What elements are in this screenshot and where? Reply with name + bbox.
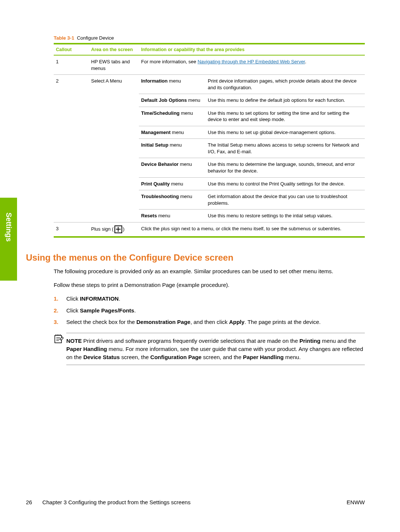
row1-info-prefix: For more information, see [141, 59, 197, 64]
menu-name: Default Job Options [141, 97, 187, 103]
cell-menu-name: Resets menu [139, 210, 206, 222]
table-row: 3 Plus sign () Click the plus sign next … [54, 222, 365, 237]
menu-suffix: menu [168, 78, 181, 84]
table-row: 2 Select A Menu Information menu Print d… [54, 75, 365, 94]
t: Select the check box for the [66, 319, 136, 325]
cell-callout: 1 [54, 55, 89, 75]
b: Paper Handling [66, 346, 107, 352]
step-number: 3. [54, 318, 66, 326]
t: , and then click [190, 319, 229, 325]
cell-menu-desc: Use this menu to define the default job … [206, 94, 365, 107]
t: menu. [284, 354, 301, 360]
cell-callout: 2 [54, 75, 89, 222]
t: screen, the [120, 354, 150, 360]
b: Printing [299, 338, 320, 344]
configure-device-table: Callout Area on the screen Information o… [54, 43, 365, 238]
step-text: Click Sample Pages/Fonts. [66, 307, 136, 315]
cell-menu-name: Information menu [139, 75, 206, 94]
th-area: Area on the screen [89, 44, 139, 55]
menu-suffix: menu [170, 181, 183, 187]
t: menu and the [320, 338, 356, 344]
menu-suffix: menu [157, 213, 170, 218]
footer-chapter: Chapter 3 Configuring the product from t… [42, 499, 190, 505]
section-heading: Using the menus on the Configure Device … [26, 252, 365, 263]
b: Configuration Page [150, 354, 201, 360]
cell-menu-name: Default Job Options menu [139, 94, 206, 107]
t: Click [66, 295, 80, 302]
menu-suffix: menu [179, 194, 192, 199]
table-caption: Table 3-1 Configure Device [54, 35, 365, 41]
menu-suffix: menu [170, 130, 184, 135]
row3-area-prefix: Plus sign ( [91, 226, 114, 232]
cell-menu-desc: Use this menu to set options for setting… [206, 107, 365, 126]
footer-left: 26 Chapter 3 Configuring the product fro… [26, 499, 190, 505]
cell-menu-name: Print Quality menu [139, 177, 206, 190]
cell-menu-desc: Use this menu to restore settings to the… [206, 210, 365, 222]
note-body: NOTE Print drivers and software programs… [66, 333, 365, 365]
cell-menu-name: Troubleshooting menu [139, 190, 206, 210]
th-callout: Callout [54, 44, 89, 55]
b: Apply [229, 319, 244, 325]
cell-area: Select A Menu [89, 75, 139, 222]
cell-menu-name: Initial Setup menu [139, 139, 206, 158]
menu-name: Resets [141, 213, 157, 218]
menu-suffix: menu [169, 142, 182, 148]
table-header-row: Callout Area on the screen Information o… [54, 44, 365, 55]
side-tab-label: Settings [4, 198, 13, 242]
side-tab-settings: Settings [0, 198, 17, 281]
page-content: Table 3-1 Configure Device Callout Area … [54, 35, 365, 365]
cell-menu-desc: Print device information pages, which pr… [206, 75, 365, 94]
note-block: NOTE Print drivers and software programs… [54, 333, 365, 365]
page-number: 26 [26, 499, 41, 505]
page-footer: 26 Chapter 3 Configuring the product fro… [26, 499, 365, 505]
cell-menu-desc: Get information about the device that yo… [206, 190, 365, 210]
cell-menu-desc: Use this menu to control the Print Quali… [206, 177, 365, 190]
para1-em: only [143, 268, 153, 274]
t: Click [66, 307, 80, 314]
steps-list: 1. Click INFORMATION. 2. Click Sample Pa… [54, 295, 365, 326]
paragraph: The following procedure is provided only… [54, 267, 365, 275]
footer-right: ENWW [347, 499, 365, 505]
cell-menu-name: Device Behavior menu [139, 158, 206, 177]
menu-name: Print Quality [141, 181, 170, 187]
cell-info: Click the plus sign next to a menu, or c… [139, 222, 365, 237]
cell-menu-name: Management menu [139, 126, 206, 139]
step-item: 2. Click Sample Pages/Fonts. [54, 307, 365, 315]
t: . [119, 295, 120, 302]
cell-callout: 3 [54, 222, 89, 237]
b: Demonstration Page [136, 319, 190, 325]
b: Paper Handling [243, 354, 284, 360]
menu-name: Initial Setup [141, 142, 169, 148]
step-number: 2. [54, 307, 66, 315]
row1-info-suffix: . [305, 59, 306, 64]
b: INFORMATION [80, 295, 119, 302]
cell-menu-desc: Use this menu to set up global device-ma… [206, 126, 365, 139]
menu-name: Management [141, 130, 170, 135]
t: . The page prints at the device. [244, 319, 321, 325]
table-caption-label: Table 3-1 [54, 35, 74, 41]
para1b: as an example. Similar procedures can be… [153, 268, 333, 274]
plus-sign-icon [114, 225, 122, 233]
note-icon [54, 333, 66, 345]
step-item: 3. Select the check box for the Demonstr… [54, 318, 365, 326]
link-navigating-ews[interactable]: Navigating through the HP Embedded Web S… [197, 59, 305, 64]
t: screen, and the [201, 354, 243, 360]
menu-name: Device Behavior [141, 161, 179, 167]
menu-name: Troubleshooting [141, 194, 179, 199]
th-info: Information or capability that the area … [139, 44, 365, 55]
table-row: 1 HP EWS tabs and menus For more informa… [54, 55, 365, 75]
b: Device Status [83, 354, 120, 360]
t: Print drivers and software programs freq… [82, 338, 300, 344]
menu-suffix: menu [180, 110, 193, 116]
table-caption-title-text: Configure Device [77, 35, 114, 41]
row3-area-suffix: ) [123, 226, 124, 232]
cell-menu-desc: Use this menu to determine the language,… [206, 158, 365, 177]
b: Sample Pages/Fonts [80, 307, 134, 314]
menu-name: Time/Scheduling [141, 110, 180, 116]
menu-name: Information [141, 78, 168, 84]
step-item: 1. Click INFORMATION. [54, 295, 365, 303]
para1a: The following procedure is provided [54, 268, 143, 274]
step-number: 1. [54, 295, 66, 303]
cell-info: For more information, see Navigating thr… [139, 55, 365, 75]
note-label: NOTE [66, 338, 82, 344]
